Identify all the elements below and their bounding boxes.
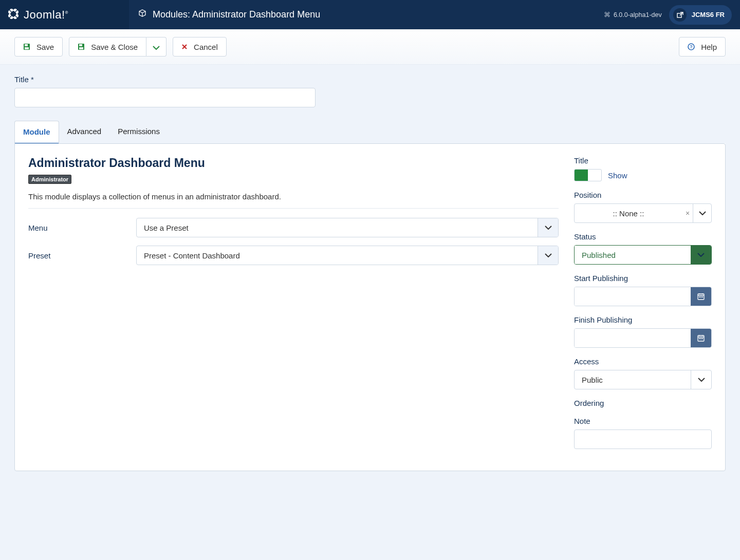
- start-publishing-input[interactable]: [575, 287, 691, 306]
- title-label: Title *: [14, 75, 726, 84]
- action-toolbar: Save Save & Close Cancel Help: [0, 29, 740, 65]
- status-label: Status: [574, 232, 712, 241]
- preset-select[interactable]: Preset - Content Dashboard: [136, 246, 559, 265]
- chevron-down-icon: [538, 218, 558, 237]
- menu-select[interactable]: Use a Preset: [136, 218, 559, 237]
- close-icon: [181, 44, 188, 50]
- save-icon: [23, 43, 30, 50]
- access-label: Access: [574, 357, 712, 366]
- status-select[interactable]: Published: [574, 245, 712, 265]
- calendar-icon[interactable]: [691, 287, 711, 306]
- chevron-down-icon: [691, 370, 711, 389]
- help-button[interactable]: Help: [679, 37, 726, 57]
- preset-row: Preset Preset - Content Dashboard: [28, 246, 559, 265]
- help-icon: [688, 43, 695, 50]
- panel-right: Title Show Position :: None :: × Status: [574, 156, 712, 458]
- site-link-button[interactable]: JCMS6 FR: [669, 5, 732, 25]
- panel-left: Administrator Dashboard Menu Administrat…: [28, 156, 559, 458]
- menu-row: Menu Use a Preset: [28, 218, 559, 237]
- start-publishing-field[interactable]: [574, 287, 712, 306]
- position-select[interactable]: :: None :: ×: [574, 203, 712, 223]
- cancel-button[interactable]: Cancel: [173, 37, 227, 57]
- ordering-label: Ordering: [574, 399, 712, 407]
- clear-icon[interactable]: ×: [682, 209, 693, 217]
- joomla-logo-icon: [7, 8, 20, 22]
- finish-publishing-input[interactable]: [575, 329, 691, 347]
- chevron-down-icon: [153, 43, 160, 51]
- title-input[interactable]: [14, 88, 316, 107]
- tab-bar: Module Advanced Permissions: [14, 121, 726, 144]
- brand-area[interactable]: Joomla!®: [0, 0, 129, 29]
- tab-panel: Administrator Dashboard Menu Administrat…: [14, 143, 726, 471]
- save-close-dropdown-button[interactable]: [146, 37, 166, 57]
- save-icon: [78, 43, 85, 50]
- chevron-down-icon: [538, 246, 558, 265]
- external-link-icon: [673, 8, 687, 22]
- tab-module[interactable]: Module: [14, 121, 59, 143]
- access-select[interactable]: Public: [574, 370, 712, 389]
- position-label: Position: [574, 191, 712, 199]
- client-badge: Administrator: [28, 175, 71, 184]
- save-close-button[interactable]: Save & Close: [69, 37, 146, 57]
- save-close-group: Save & Close: [69, 37, 166, 57]
- showtitle-value: Show: [608, 171, 627, 180]
- start-publishing-label: Start Publishing: [574, 274, 712, 283]
- tab-advanced[interactable]: Advanced: [59, 121, 110, 143]
- version-indicator[interactable]: ⌘ 6.0.0-alpha1-dev: [604, 11, 662, 18]
- note-label: Note: [574, 417, 712, 425]
- tab-permissions[interactable]: Permissions: [109, 121, 168, 143]
- module-description: This module displays a collection of men…: [28, 192, 559, 201]
- note-input[interactable]: [574, 430, 712, 449]
- showtitle-toggle[interactable]: [574, 169, 602, 181]
- showtitle-label: Title: [574, 156, 712, 165]
- module-heading: Administrator Dashboard Menu: [28, 156, 559, 170]
- page-title: Modules: Administrator Dashboard Menu: [153, 9, 320, 20]
- page-title-wrap: Modules: Administrator Dashboard Menu: [129, 9, 320, 20]
- top-header: Joomla!® Modules: Administrator Dashboar…: [0, 0, 740, 29]
- brand-name: Joomla!®: [24, 8, 68, 22]
- chevron-down-icon: [691, 246, 711, 264]
- finish-publishing-label: Finish Publishing: [574, 315, 712, 324]
- content-area: Title * Module Advanced Permissions Admi…: [0, 65, 740, 492]
- finish-publishing-field[interactable]: [574, 328, 712, 348]
- chevron-down-icon: [693, 204, 711, 222]
- save-button[interactable]: Save: [14, 37, 63, 57]
- module-box-icon: [138, 9, 146, 20]
- calendar-icon[interactable]: [691, 329, 711, 347]
- menu-label: Menu: [28, 223, 136, 232]
- separator: [28, 208, 559, 209]
- preset-label: Preset: [28, 251, 136, 260]
- joomla-small-icon: ⌘: [604, 11, 610, 18]
